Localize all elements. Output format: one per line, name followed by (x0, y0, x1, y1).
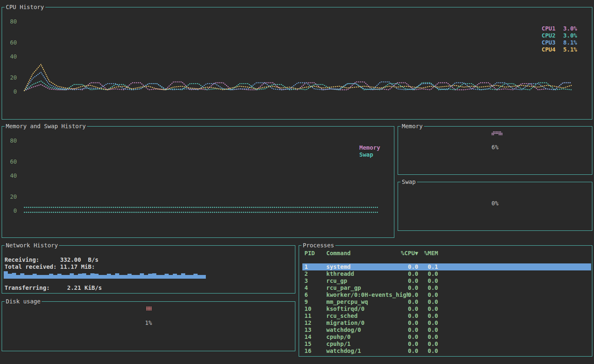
process-row[interactable]: 3rcu_gp0.00.0 (302, 277, 591, 284)
process-cell-cpu: 0.0 (396, 319, 418, 326)
swap-legend-label: Swap (359, 151, 373, 158)
disk-usage-panel: Disk usage 1% (2, 301, 295, 351)
process-cell-cpu: 0.0 (396, 333, 418, 341)
process-cell-pid: 10 (304, 305, 326, 312)
process-cell-cpu: 0.0 (396, 312, 418, 319)
processes-title: Processes (302, 242, 335, 249)
process-cell-pid: 12 (304, 319, 326, 326)
process-cell-mem: 0.0 (418, 348, 438, 355)
process-row[interactable]: 10ksoftirqd/00.00.0 (302, 305, 591, 312)
process-cell-cmd: rcu_sched (326, 312, 396, 319)
process-cell-mem: 0.0 (418, 284, 438, 291)
process-cell-cmd: kworker/0:0H-events_high (326, 291, 396, 298)
process-cell-mem: 0.0 (418, 305, 438, 312)
process-cell-pid: 1 (304, 263, 326, 270)
process-cell-cmd: kthreadd (326, 270, 396, 277)
system-monitor-screen: CPU History 80 60 40 20 0 CPU1 3.0% CPU2… (0, 0, 594, 364)
cpu2-legend-item: CPU2 3.0% (542, 32, 577, 39)
process-cell-cmd: cpuhp/1 (326, 341, 396, 348)
cpu1-legend-value: 3.0% (563, 25, 577, 32)
cpu3-legend-item: CPU3 8.1% (542, 39, 577, 46)
process-row[interactable]: 6kworker/0:0H-events_high0.00.0 (302, 291, 591, 298)
process-cell-cpu: 0.0 (396, 348, 418, 355)
process-cell-mem: 0.0 (418, 312, 438, 319)
process-cell-cpu: 0.0 (396, 284, 418, 291)
process-cell-pid: 14 (304, 333, 326, 341)
memory-gauge-value: 6% (398, 144, 592, 151)
process-cell-mem: 0.0 (418, 333, 438, 341)
process-cell-cmd: ksoftirqd/0 (326, 305, 396, 312)
process-cell-cmd: cpuhp/0 (326, 333, 396, 341)
column-header-command[interactable]: Command (326, 250, 396, 257)
process-cell-cpu: 0.0 (396, 291, 418, 298)
process-cell-cpu: 0.0 (396, 326, 418, 333)
memory-gauge-dots (491, 131, 504, 137)
column-header-cpu[interactable]: %CPU▼ (396, 250, 418, 257)
process-cell-cmd: rcu_par_gp (326, 284, 396, 291)
process-cell-mem: 0.0 (418, 277, 438, 284)
process-cell-mem: 0.1 (418, 263, 438, 270)
disk-gauge-dots (146, 306, 153, 312)
process-cell-cpu: 0.0 (396, 277, 418, 284)
process-cell-pid: 16 (304, 348, 326, 355)
process-cell-cpu: 0.0 (396, 341, 418, 348)
network-history-panel: Network History Receiving: 332.00 B/s To… (2, 245, 295, 294)
process-row[interactable]: 2kthreadd0.00.0 (302, 270, 591, 277)
swap-gauge-value: 0% (398, 200, 592, 207)
column-header-mem[interactable]: %MEM (418, 250, 438, 257)
process-row[interactable]: 1systemd0.00.1 (302, 263, 591, 270)
process-row[interactable]: 9mm_percpu_wq0.00.0 (302, 298, 591, 305)
cpu2-legend-label: CPU2 (542, 32, 556, 39)
cpu1-legend-label: CPU1 (542, 25, 556, 32)
process-row[interactable]: 13watchdog/00.00.0 (302, 326, 591, 333)
process-cell-cmd: watchdog/0 (326, 326, 396, 333)
process-row[interactable]: 16watchdog/10.00.0 (302, 348, 591, 355)
process-cell-pid: 4 (304, 284, 326, 291)
process-row[interactable]: 14cpuhp/00.00.0 (302, 333, 591, 341)
memory-swap-chart (2, 127, 394, 237)
process-cell-mem: 0.0 (418, 298, 438, 305)
cpu1-legend-item: CPU1 3.0% (542, 25, 577, 32)
column-header-pid[interactable]: PID (304, 250, 326, 257)
disk-usage-title: Disk usage (5, 298, 42, 305)
process-cell-mem: 0.0 (418, 319, 438, 326)
cpu3-legend-label: CPU3 (542, 39, 556, 46)
process-row[interactable]: 12migration/00.00.0 (302, 319, 591, 326)
process-cell-pid: 2 (304, 270, 326, 277)
disk-usage-value: 1% (2, 319, 295, 326)
swap-gauge-title: Swap (401, 178, 417, 186)
cpu-history-panel: CPU History 80 60 40 20 0 CPU1 3.0% CPU2… (2, 7, 592, 120)
processes-panel: Processes PID Command %CPU▼ %MEM 1system… (299, 245, 592, 357)
process-cell-pid: 3 (304, 277, 326, 284)
cpu4-legend-item: CPU4 5.1% (542, 46, 577, 53)
process-cell-cpu: 0.0 (396, 263, 418, 270)
process-cell-cmd: migration/0 (326, 319, 396, 326)
process-cell-cpu: 0.0 (396, 305, 418, 312)
cpu3-legend-value: 8.1% (563, 39, 577, 46)
process-cell-pid: 9 (304, 298, 326, 305)
process-cell-cmd: watchdog/1 (326, 348, 396, 355)
process-cell-mem: 0.0 (418, 291, 438, 298)
process-row[interactable]: 15cpuhp/10.00.0 (302, 341, 591, 348)
cpu-history-chart (2, 7, 592, 119)
process-cell-pid: 15 (304, 341, 326, 348)
network-transferring-line: Transferring: 2.21 KiB/s (5, 284, 102, 291)
process-cell-mem: 0.0 (418, 326, 438, 333)
swap-gauge-panel: Swap 0% (398, 182, 592, 231)
process-cell-mem: 0.0 (418, 270, 438, 277)
process-cell-mem: 0.0 (418, 341, 438, 348)
cpu4-legend-label: CPU4 (542, 46, 556, 53)
process-cell-pid: 6 (304, 291, 326, 298)
process-cell-cpu: 0.0 (396, 298, 418, 305)
process-row[interactable]: 11rcu_sched0.00.0 (302, 312, 591, 319)
process-cell-cmd: systemd (326, 263, 396, 270)
memory-gauge-title: Memory (401, 123, 424, 130)
process-cell-cmd: rcu_gp (326, 277, 396, 284)
process-cell-cpu: 0.0 (396, 270, 418, 277)
process-table-header: PID Command %CPU▼ %MEM (302, 250, 591, 257)
process-row[interactable]: 4rcu_par_gp0.00.0 (302, 284, 591, 291)
process-cell-cmd: mm_percpu_wq (326, 298, 396, 305)
memory-gauge-panel: Memory 6% (398, 126, 592, 175)
process-cell-pid: 13 (304, 326, 326, 333)
memory-legend-label: Memory (359, 144, 380, 151)
